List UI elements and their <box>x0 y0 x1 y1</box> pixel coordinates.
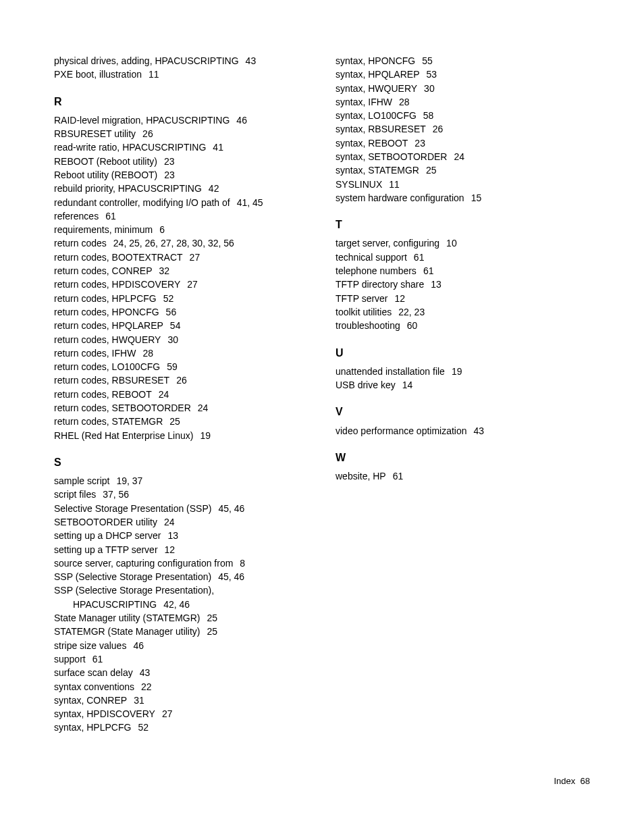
index-entry: USB drive key14 <box>336 378 590 392</box>
entry-text: HPACUSCRIPTING <box>73 599 157 610</box>
entry-pages: 12 <box>395 293 406 304</box>
index-entry: return codes, REBOOT24 <box>54 388 308 401</box>
index-entry: syntax, HWQUERY30 <box>336 82 590 95</box>
entry-pages: 61 <box>105 211 116 221</box>
index-entry: TFTP server12 <box>336 292 590 305</box>
entry-pages: 56 <box>166 307 177 317</box>
entry-text: TFTP server <box>336 293 388 304</box>
entry-pages: 42, 46 <box>163 599 190 610</box>
entry-text: return codes, RBSURESET <box>54 375 169 386</box>
index-entry: return codes, HWQUERY30 <box>54 333 308 346</box>
entry-text: return codes, REBOOT <box>54 389 152 400</box>
entry-text: PXE boot, illustration <box>54 69 142 80</box>
entry-text: technical support <box>336 252 407 263</box>
entry-pages: 27 <box>187 279 198 290</box>
entry-text: syntax, IFHW <box>336 97 392 107</box>
entry-text: syntax, HPDISCOVERY <box>54 708 155 719</box>
entry-text: return codes, SETBOOTORDER <box>54 402 191 413</box>
index-entry: return codes, HPDISCOVERY27 <box>54 278 308 291</box>
entry-pages: 52 <box>138 722 149 733</box>
entry-pages: 61 <box>92 654 103 664</box>
entry-pages: 11 <box>149 69 159 80</box>
entry-text: script files <box>54 489 96 500</box>
entry-pages: 52 <box>163 293 174 304</box>
entry-text: troubleshooting <box>336 320 400 331</box>
index-entry: return codes, LO100CFG59 <box>54 360 308 373</box>
entry-pages: 19, 37 <box>116 475 142 486</box>
entry-text: unattended installation file <box>336 366 445 377</box>
entry-text: website, HP <box>336 471 386 481</box>
index-entry: RBSURESET utility26 <box>54 127 308 140</box>
page-footer: Index 68 <box>54 775 590 788</box>
index-entry: return codes, HPLPCFG52 <box>54 292 308 305</box>
entry-text: syntax, HPLPCFG <box>54 722 131 733</box>
section-heading: R <box>54 94 308 109</box>
entry-text: syntax, SETBOOTORDER <box>336 151 447 162</box>
entry-text: RAID-level migration, HPACUSCRIPTING <box>54 115 230 126</box>
entry-text: syntax, STATEMGR <box>336 165 419 176</box>
index-entry: REBOOT (Reboot utility)23 <box>54 155 308 168</box>
index-entry: toolkit utilities22, 23 <box>336 305 590 319</box>
entry-pages: 60 <box>407 320 418 331</box>
entry-pages: 55 <box>422 55 433 66</box>
entry-pages: 26 <box>142 128 153 139</box>
index-entry: references61 <box>54 209 308 223</box>
index-entry: Reboot utility (REBOOT)23 <box>54 168 308 182</box>
entry-text: sample script <box>54 475 109 486</box>
entry-text: return codes, HPDISCOVERY <box>54 279 180 290</box>
index-entry: return codes, HPQLAREP54 <box>54 319 308 332</box>
entry-pages: 26 <box>433 124 444 134</box>
entry-pages: 30 <box>167 334 178 345</box>
entry-pages: 24 <box>164 517 175 527</box>
index-entry: return codes, CONREP32 <box>54 264 308 278</box>
entry-text: physical drives, adding, HPACUSCRIPTING <box>54 55 239 66</box>
entry-pages: 22, 23 <box>398 307 425 317</box>
index-entry: syntax conventions22 <box>54 680 308 694</box>
entry-pages: 41, 45 <box>237 197 263 208</box>
entry-pages: 28 <box>399 97 410 107</box>
index-entry: telephone numbers61 <box>336 264 590 278</box>
index-entry: source server, capturing configuration f… <box>54 556 308 570</box>
entry-pages: 25 <box>169 416 180 427</box>
entry-text: RHEL (Red Hat Enterprise Linux) <box>54 430 193 441</box>
entry-text: target server, configuring <box>336 238 439 249</box>
section-heading: T <box>336 217 590 232</box>
entry-pages: 45, 46 <box>218 503 244 514</box>
entry-text: rebuild priority, HPACUSCRIPTING <box>54 183 202 194</box>
entry-pages: 11 <box>389 179 400 190</box>
index-entry: setting up a TFTP server12 <box>54 543 308 556</box>
entry-text: syntax, RBSURESET <box>336 124 426 134</box>
entry-pages: 46 <box>236 115 247 126</box>
entry-pages: 23 <box>414 138 425 149</box>
index-entry: syntax, LO100CFG58 <box>336 109 590 122</box>
index-entry: technical support61 <box>336 251 590 264</box>
entry-text: return codes, HWQUERY <box>54 334 161 345</box>
index-entry: unattended installation file19 <box>336 365 590 378</box>
entry-text: SYSLINUX <box>336 179 382 190</box>
entry-text: return codes <box>54 238 107 249</box>
entry-pages: 13 <box>167 530 178 541</box>
index-entry: return codes, RBSURESET26 <box>54 373 308 387</box>
section-heading: S <box>54 454 308 470</box>
entry-text: return codes, IFHW <box>54 348 136 359</box>
index-entry: website, HP61 <box>336 469 590 483</box>
index-entry: setting up a DHCP server13 <box>54 529 308 542</box>
entry-pages: 41 <box>213 142 223 153</box>
index-entry: rebuild priority, HPACUSCRIPTING42 <box>54 182 308 195</box>
entry-pages: 58 <box>423 110 434 121</box>
entry-pages: 46 <box>133 640 144 651</box>
entry-text: toolkit utilities <box>336 307 392 317</box>
entry-pages: 54 <box>170 320 181 331</box>
entry-text: read-write ratio, HPACUSCRIPTING <box>54 142 206 153</box>
index-entry: syntax, CONREP31 <box>54 694 308 707</box>
index-entry: return codes, IFHW28 <box>54 346 308 360</box>
index-entry: syntax, IFHW28 <box>336 95 590 109</box>
index-columns: physical drives, adding, HPACUSCRIPTING4… <box>54 54 590 735</box>
entry-pages: 13 <box>431 279 441 290</box>
entry-text: SSP (Selective Storage Presentation), <box>54 585 214 596</box>
entry-text: return codes, CONREP <box>54 265 153 276</box>
entry-pages: 61 <box>414 252 425 263</box>
index-entry: support61 <box>54 652 308 666</box>
index-entry: RAID-level migration, HPACUSCRIPTING46 <box>54 113 308 127</box>
index-entry: syntax, HPQLAREP53 <box>336 68 590 81</box>
